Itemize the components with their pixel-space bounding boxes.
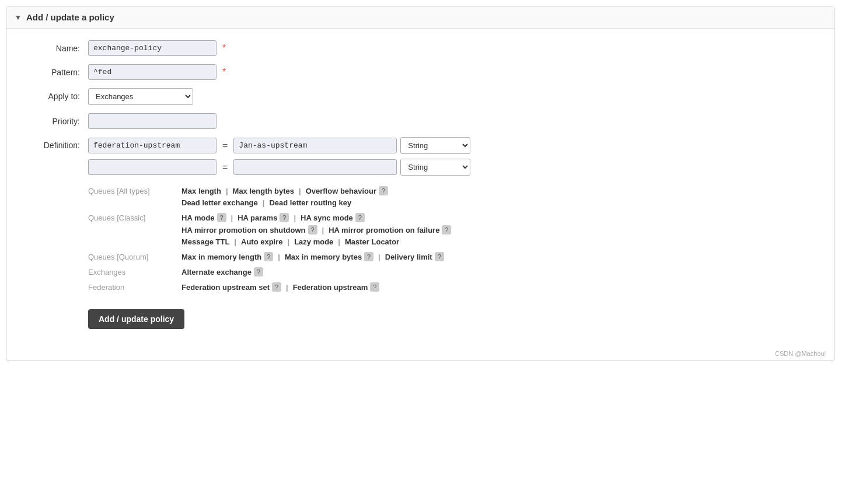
name-label: Name: (24, 40, 88, 53)
link-dead-letter-exchange[interactable]: Dead letter exchange (181, 198, 258, 207)
name-row: Name: * (24, 40, 816, 56)
definition-label: Definition: (24, 137, 88, 150)
queues-classic-links-row1: HA mode ? | HA params ? | HA sync mode ? (181, 213, 451, 222)
name-required-star: * (222, 43, 226, 54)
apply-row: Apply to: Exchanges Queues All (24, 88, 816, 105)
policy-panel: ▼ Add / update a policy Name: * Pattern:… (6, 6, 834, 361)
hint-queues-classic: Queues [Classic] HA mode ? | HA params ?… (88, 213, 816, 246)
pattern-row: Pattern: * (24, 64, 816, 80)
delivery-limit-help[interactable]: ? (435, 252, 444, 261)
priority-label: Priority: (24, 113, 88, 126)
apply-label: Apply to: (24, 88, 88, 101)
link-max-in-memory-length[interactable]: Max in memory length (181, 253, 261, 261)
overflow-help-badge[interactable]: ? (379, 186, 388, 195)
link-max-in-memory-bytes[interactable]: Max in memory bytes (285, 253, 362, 261)
max-memory-bytes-help[interactable]: ? (364, 252, 373, 261)
panel-header: ▼ Add / update a policy (6, 6, 834, 29)
name-field: * (88, 40, 816, 56)
federation-upstream-set-help[interactable]: ? (272, 282, 281, 292)
link-master-locator[interactable]: Master Locator (345, 237, 399, 246)
queues-quorum-links-group: Max in memory length ? | Max in memory b… (181, 252, 444, 261)
alternate-exchange-help[interactable]: ? (254, 267, 263, 276)
link-delivery-limit[interactable]: Delivery limit (385, 253, 432, 261)
link-alternate-exchange[interactable]: Alternate exchange (181, 268, 252, 276)
priority-input[interactable] (88, 113, 217, 129)
link-lazy-mode[interactable]: Lazy mode (294, 237, 333, 246)
ha-mode-help[interactable]: ? (217, 213, 226, 222)
queues-all-links-row2: Dead letter exchange | Dead letter routi… (181, 198, 388, 207)
max-memory-length-help[interactable]: ? (264, 252, 273, 261)
definition-fields: = String Number Boolean List = String (88, 137, 470, 176)
link-max-length-bytes[interactable]: Max length bytes (233, 187, 294, 195)
link-federation-upstream[interactable]: Federation upstream (293, 283, 368, 292)
pattern-field: * (88, 64, 816, 80)
ha-params-help[interactable]: ? (280, 213, 289, 222)
queues-classic-label: Queues [Classic] (88, 213, 181, 222)
queues-all-links-row1: Max length | Max length bytes | Overflow… (181, 186, 388, 195)
hint-section: Queues [All types] Max length | Max leng… (88, 186, 816, 292)
pattern-input[interactable] (88, 64, 217, 80)
panel-title: Add / update a policy (26, 12, 114, 22)
queues-all-label: Queues [All types] (88, 186, 181, 195)
add-update-button[interactable]: Add / update policy (88, 309, 184, 329)
federation-links-row1: Federation upstream set ? | Federation u… (181, 282, 379, 292)
equals-1: = (220, 141, 230, 151)
link-ha-params[interactable]: HA params (238, 214, 277, 222)
apply-select[interactable]: Exchanges Queues All (88, 88, 193, 105)
definition-row: Definition: = String Number Boolean List… (24, 137, 816, 176)
federation-label: Federation (88, 282, 181, 292)
link-ha-mirror-shutdown[interactable]: HA mirror promotion on shutdown (181, 226, 306, 235)
ha-mirror-failure-help[interactable]: ? (442, 225, 451, 235)
def-key-2[interactable] (88, 159, 217, 175)
federation-upstream-help[interactable]: ? (370, 282, 379, 292)
apply-field: Exchanges Queues All (88, 88, 816, 105)
pattern-required-star: * (222, 67, 226, 78)
exchanges-links-row1: Alternate exchange ? (181, 267, 263, 276)
hint-exchanges: Exchanges Alternate exchange ? (88, 267, 816, 276)
queues-classic-links-group: HA mode ? | HA params ? | HA sync mode ?… (181, 213, 451, 246)
exchanges-label: Exchanges (88, 267, 181, 276)
def-type-1[interactable]: String Number Boolean List (400, 137, 470, 154)
hint-federation: Federation Federation upstream set ? | F… (88, 282, 816, 292)
link-ha-sync-mode[interactable]: HA sync mode (301, 214, 353, 222)
link-overflow-behaviour[interactable]: Overflow behaviour (306, 187, 376, 195)
queues-quorum-links-row1: Max in memory length ? | Max in memory b… (181, 252, 444, 261)
queues-classic-links-row2: HA mirror promotion on shutdown ? | HA m… (181, 225, 451, 235)
footer-credit: CSDN @Machoul (6, 346, 834, 360)
panel-body: Name: * Pattern: * Apply to: Exchanges Q… (6, 29, 834, 346)
def-val-1[interactable] (233, 138, 397, 153)
link-auto-expire[interactable]: Auto expire (241, 237, 283, 246)
def-row-2: = String Number Boolean List (88, 159, 470, 176)
link-federation-upstream-set[interactable]: Federation upstream set (181, 283, 270, 292)
def-type-2[interactable]: String Number Boolean List (400, 159, 470, 176)
queues-quorum-label: Queues [Quorum] (88, 252, 181, 261)
def-val-2[interactable] (233, 159, 397, 175)
ha-mirror-shutdown-help[interactable]: ? (308, 225, 317, 235)
queues-all-links-group: Max length | Max length bytes | Overflow… (181, 186, 388, 207)
link-message-ttl[interactable]: Message TTL (181, 237, 229, 246)
def-row-1: = String Number Boolean List (88, 137, 470, 154)
hint-queues-quorum: Queues [Quorum] Max in memory length ? |… (88, 252, 816, 261)
equals-2: = (220, 162, 230, 173)
link-ha-mirror-failure[interactable]: HA mirror promotion on failure (329, 226, 439, 235)
name-input[interactable] (88, 40, 217, 56)
link-dead-letter-routing-key[interactable]: Dead letter routing key (269, 198, 351, 207)
chevron-icon[interactable]: ▼ (15, 13, 22, 22)
pattern-label: Pattern: (24, 64, 88, 77)
priority-row: Priority: (24, 113, 816, 129)
link-ha-mode[interactable]: HA mode (181, 214, 215, 222)
priority-field (88, 113, 816, 129)
hint-queues-all: Queues [All types] Max length | Max leng… (88, 186, 816, 207)
ha-sync-help[interactable]: ? (355, 213, 365, 222)
link-max-length[interactable]: Max length (181, 187, 221, 195)
queues-classic-links-row3: Message TTL | Auto expire | Lazy mode | … (181, 237, 451, 246)
def-key-1[interactable] (88, 138, 217, 153)
